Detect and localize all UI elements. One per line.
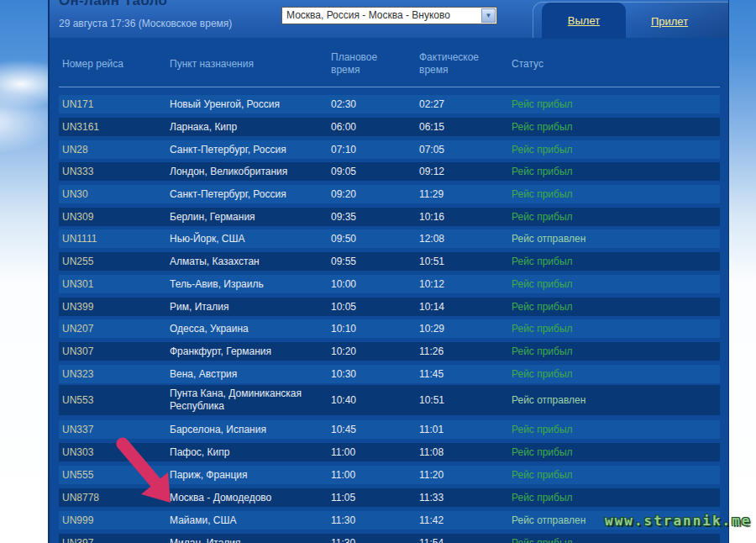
flight-number-cell: UN555 bbox=[62, 466, 167, 484]
actual-time-cell: 07:05 bbox=[419, 140, 495, 159]
tab-group: Вылет Прилет bbox=[533, 2, 728, 38]
table-row: UN171Новый Уренгой, Россия02:3002:27Рейс… bbox=[59, 95, 720, 113]
table-row: UN555Париж, Франция11:0011:20Рейс прибыл bbox=[59, 466, 720, 484]
destination-cell: Нью-Йорк, США bbox=[170, 229, 328, 248]
actual-time-cell: 11:54 bbox=[419, 534, 495, 543]
planned-time-cell: 11:00 bbox=[331, 466, 407, 484]
airport-select-value: Москва, Россия - Москва - Внуково bbox=[286, 9, 450, 21]
planned-time-cell: 11:30 bbox=[331, 534, 407, 543]
table-row: UN553Пунта Кана, Доминиканская Республик… bbox=[59, 385, 720, 415]
status-cell: Рейс прибыл bbox=[512, 365, 713, 383]
status-cell: Рейс прибыл bbox=[512, 185, 713, 203]
table-row: UN323Вена, Австрия10:3011:45Рейс прибыл bbox=[59, 365, 720, 383]
status-cell: Рейс прибыл bbox=[512, 140, 713, 159]
content-panel: Он-лайн Табло 29 августа 17:36 (Московск… bbox=[48, 0, 729, 543]
status-cell: Рейс отправлен bbox=[512, 385, 713, 415]
planned-time-cell: 11:30 bbox=[331, 511, 407, 530]
planned-time-cell: 09:55 bbox=[331, 252, 407, 271]
table-row: UN28Санкт-Петербург, Россия07:1007:05Рей… bbox=[59, 140, 720, 159]
destination-cell: Ларнака, Кипр bbox=[170, 118, 328, 136]
table-row: UN30Санкт-Петербург, Россия09:2011:29Рей… bbox=[59, 185, 720, 203]
actual-time-cell: 10:51 bbox=[419, 252, 495, 271]
status-cell: Рейс прибыл bbox=[512, 342, 713, 361]
table-row: UN207Одесса, Украина10:1010:29Рейс прибы… bbox=[59, 319, 720, 338]
dropdown-arrow-icon[interactable]: ▼ bbox=[481, 8, 496, 23]
table-row: UN397Милан, Италия11:3011:54Рейс прибыл bbox=[59, 534, 720, 543]
actual-time-cell: 11:42 bbox=[419, 511, 495, 530]
header-separator bbox=[59, 87, 720, 87]
flight-number-cell: UN397 bbox=[62, 534, 167, 543]
status-cell: Рейс прибыл bbox=[512, 488, 713, 507]
planned-time-cell: 10:45 bbox=[331, 420, 407, 439]
status-cell: Рейс прибыл bbox=[512, 534, 713, 543]
planned-time-cell: 06:00 bbox=[331, 118, 407, 136]
datetime-label: 29 августа 17:36 (Московское время) bbox=[59, 18, 232, 29]
status-cell: Рейс прибыл bbox=[512, 208, 713, 226]
column-header-status: Статус bbox=[512, 48, 680, 80]
flight-number-cell: UN303 bbox=[62, 443, 167, 461]
table-row: UN255Алматы, Казахстан09:5510:51Рейс при… bbox=[59, 252, 720, 271]
planned-time-cell: 11:00 bbox=[331, 443, 407, 461]
actual-time-cell: 12:08 bbox=[419, 229, 495, 248]
destination-cell: Тель-Авив, Израиль bbox=[170, 275, 328, 293]
flight-number-cell: UN171 bbox=[62, 95, 167, 113]
planned-time-cell: 02:30 bbox=[331, 95, 407, 113]
flight-number-cell: UN399 bbox=[62, 298, 167, 316]
tab-departure-label: Вылет bbox=[568, 14, 600, 27]
status-cell: Рейс прибыл bbox=[512, 118, 713, 136]
status-cell: Рейс прибыл bbox=[512, 95, 713, 113]
destination-cell: Москва - Домодедово bbox=[170, 488, 328, 507]
destination-cell: Алматы, Казахстан bbox=[170, 252, 328, 271]
flight-number-cell: UN307 bbox=[62, 342, 167, 361]
planned-time-cell: 10:10 bbox=[331, 319, 407, 338]
status-cell: Рейс прибыл bbox=[512, 275, 713, 293]
status-cell: Рейс прибыл bbox=[512, 252, 713, 271]
actual-time-cell: 06:15 bbox=[419, 118, 495, 136]
status-cell: Рейс отправлен bbox=[512, 229, 713, 248]
table-row: UN307Франкфурт, Германия10:2011:26Рейс п… bbox=[59, 342, 720, 361]
planned-time-cell: 10:05 bbox=[331, 298, 407, 316]
flight-number-cell: UN255 bbox=[62, 252, 167, 271]
flight-number-cell: UN1111 bbox=[62, 229, 167, 248]
page-title: Он-лайн Табло bbox=[59, 0, 167, 9]
planned-time-cell: 09:20 bbox=[331, 185, 407, 203]
destination-cell: Париж, Франция bbox=[170, 466, 328, 484]
planned-time-cell: 09:35 bbox=[331, 208, 407, 226]
destination-cell: Одесса, Украина bbox=[170, 319, 328, 338]
actual-time-cell: 11:08 bbox=[419, 443, 495, 461]
tab-arrival[interactable]: Прилет bbox=[627, 4, 711, 39]
actual-time-cell: 11:33 bbox=[419, 488, 495, 507]
actual-time-cell: 11:29 bbox=[419, 185, 495, 203]
flight-number-cell: UN999 bbox=[62, 511, 167, 530]
flight-number-cell: UN30 bbox=[62, 185, 167, 203]
tab-departure[interactable]: Вылет bbox=[542, 3, 626, 39]
planned-time-cell: 11:05 bbox=[331, 488, 407, 507]
table-row: UN309Берлин, Германия09:3510:16Рейс приб… bbox=[59, 208, 720, 226]
actual-time-cell: 11:01 bbox=[419, 420, 495, 439]
actual-time-cell: 11:45 bbox=[419, 365, 495, 383]
destination-cell: Барселона, Испания bbox=[170, 420, 328, 439]
flight-number-cell: UN333 bbox=[62, 162, 167, 181]
sky-background: { "page": { "title": "Он-лайн Табло", "d… bbox=[0, 0, 756, 543]
airport-select[interactable]: Москва, Россия - Москва - Внуково ▼ bbox=[281, 7, 497, 24]
status-cell: Рейс прибыл bbox=[512, 298, 713, 316]
planned-time-cell: 10:30 bbox=[331, 365, 407, 383]
destination-cell: Берлин, Германия bbox=[170, 208, 328, 226]
planned-time-cell: 07:10 bbox=[331, 140, 407, 159]
status-cell: Рейс прибыл bbox=[512, 466, 713, 484]
actual-time-cell: 02:27 bbox=[419, 95, 495, 113]
destination-cell: Новый Уренгой, Россия bbox=[170, 95, 328, 113]
actual-time-cell: 11:26 bbox=[419, 342, 495, 361]
status-cell: Рейс прибыл bbox=[512, 443, 713, 461]
flight-number-cell: UN309 bbox=[62, 208, 167, 226]
flight-number-cell: UN323 bbox=[62, 365, 167, 383]
panel-header: Он-лайн Табло 29 августа 17:36 (Московск… bbox=[50, 0, 728, 38]
destination-cell: Милан, Италия bbox=[170, 534, 328, 543]
status-cell: Рейс прибыл bbox=[512, 162, 713, 181]
planned-time-cell: 09:05 bbox=[331, 162, 407, 181]
flight-number-cell: UN8778 bbox=[62, 488, 167, 507]
destination-cell: Майами, США bbox=[170, 511, 328, 530]
destination-cell: Вена, Австрия bbox=[170, 365, 328, 383]
destination-cell: Пунта Кана, Доминиканская Республика bbox=[170, 385, 328, 415]
flight-number-cell: UN553 bbox=[62, 385, 167, 415]
